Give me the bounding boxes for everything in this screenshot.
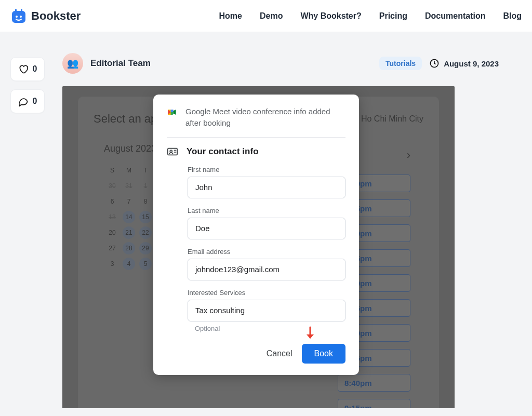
nav-demo[interactable]: Demo	[260, 11, 283, 21]
google-meet-icon	[167, 106, 177, 118]
email-label: Email address	[188, 248, 345, 256]
first-name-label: First name	[188, 166, 345, 173]
nav-why[interactable]: Why Bookster?	[300, 11, 361, 21]
side-actions: 0 0	[10, 57, 57, 113]
post-date-text: August 9, 2023	[444, 59, 499, 68]
svg-point-3	[16, 16, 18, 18]
primary-nav: Home Demo Why Bookster? Pricing Document…	[219, 11, 522, 21]
clock-icon	[429, 58, 440, 69]
svg-rect-1	[15, 9, 17, 12]
booking-modal: Google Meet video conference info added …	[153, 95, 359, 375]
contact-card-icon	[167, 146, 178, 157]
email-input[interactable]	[188, 259, 345, 280]
last-name-label: Last name	[188, 207, 345, 214]
category-tag[interactable]: Tutorials	[379, 57, 422, 70]
meet-info-text: Google Meet video conference info added …	[185, 106, 345, 129]
cancel-button[interactable]: Cancel	[267, 349, 292, 358]
first-name-input[interactable]	[188, 177, 345, 198]
svg-point-10	[170, 150, 172, 152]
nav-blog[interactable]: Blog	[503, 11, 522, 21]
contact-heading: Your contact info	[187, 146, 259, 157]
services-label: Interested Services	[188, 289, 345, 297]
brand[interactable]: Bookster	[10, 8, 81, 24]
brand-logo-icon	[10, 8, 27, 24]
brand-name: Bookster	[31, 9, 81, 23]
nav-docs[interactable]: Documentation	[425, 11, 485, 21]
svg-rect-2	[21, 9, 22, 12]
svg-point-4	[20, 16, 22, 18]
screenshot-panel: Select an appoi e - Ho Chi Minh City Aug…	[62, 86, 455, 408]
last-name-input[interactable]	[188, 218, 345, 239]
post-date: August 9, 2023	[429, 58, 499, 69]
like-count: 0	[33, 64, 37, 74]
post-meta: 👥 Editorial Team Tutorials August 9, 202…	[62, 53, 499, 74]
divider	[167, 137, 345, 138]
nav-home[interactable]: Home	[219, 11, 242, 21]
comment-icon	[18, 96, 29, 106]
book-button[interactable]: Book	[302, 344, 345, 364]
svg-rect-0	[12, 11, 25, 23]
comment-button[interactable]: 0	[10, 89, 45, 113]
nav-pricing[interactable]: Pricing	[379, 11, 407, 21]
like-button[interactable]: 0	[10, 57, 45, 81]
author-avatar: 👥	[62, 53, 83, 74]
top-nav: Bookster Home Demo Why Bookster? Pricing…	[0, 0, 532, 32]
author-name: Editorial Team	[90, 58, 151, 69]
services-input[interactable]	[188, 300, 345, 321]
comment-count: 0	[33, 97, 37, 106]
optional-hint: Optional	[188, 325, 345, 332]
heart-icon	[18, 64, 29, 74]
